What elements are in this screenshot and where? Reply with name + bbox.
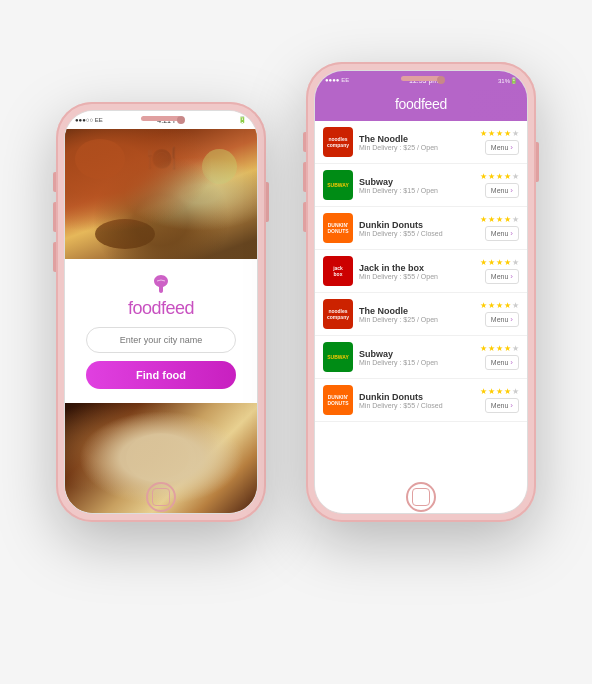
- star-filled: ★: [480, 215, 487, 224]
- restaurant-right: ★★★★★ Menu ›: [480, 387, 519, 413]
- star-rating: ★★★★★: [480, 129, 519, 138]
- restaurant-right: ★★★★★ Menu ›: [480, 172, 519, 198]
- restaurant-name: The Noodle: [359, 134, 474, 144]
- menu-label: Menu: [491, 144, 509, 151]
- restaurant-name: The Noodle: [359, 306, 474, 316]
- power-button: [266, 182, 269, 222]
- home-button[interactable]: [146, 482, 176, 512]
- star-rating: ★★★★★: [480, 387, 519, 396]
- star-filled: ★: [480, 172, 487, 181]
- right-phone-volume-up: [303, 132, 306, 152]
- restaurant-name: Dunkin Donuts: [359, 220, 474, 230]
- restaurant-name: Dunkin Donuts: [359, 392, 474, 402]
- food-image-top: 🍽️: [65, 129, 257, 259]
- right-status-bar: ●●●● EE 12:53 pm 31%🔋: [315, 71, 527, 89]
- star-rating: ★★★★★: [480, 301, 519, 310]
- star-filled: ★: [488, 129, 495, 138]
- find-food-button[interactable]: Find food: [86, 361, 236, 389]
- right-phone: ●●●● EE 12:53 pm 31%🔋 foodfeed noodlesco…: [306, 62, 536, 522]
- star-filled: ★: [504, 344, 511, 353]
- left-screen-content: ●●●○○ EE 4:21 PM 🔋 🍽️: [65, 111, 257, 513]
- restaurant-logo: noodlescompany: [323, 299, 353, 329]
- restaurant-item: noodlescompany The Noodle Min Delivery :…: [315, 121, 527, 164]
- silent-button: [53, 242, 56, 272]
- right-time: 12:53 pm: [409, 77, 438, 84]
- star-filled: ★: [480, 258, 487, 267]
- volume-up-button: [53, 172, 56, 192]
- star-filled: ★: [496, 301, 503, 310]
- app-name: foodfeed: [128, 298, 194, 319]
- menu-label: Menu: [491, 187, 509, 194]
- left-battery: 🔋: [238, 116, 247, 124]
- right-screen: ●●●● EE 12:53 pm 31%🔋 foodfeed noodlesco…: [314, 70, 528, 514]
- restaurant-right: ★★★★★ Menu ›: [480, 344, 519, 370]
- star-filled: ★: [504, 387, 511, 396]
- right-front-camera: [437, 76, 445, 84]
- star-filled: ★: [504, 172, 511, 181]
- star-half: ★: [512, 301, 519, 310]
- menu-button[interactable]: Menu ›: [485, 226, 519, 241]
- menu-button[interactable]: Menu ›: [485, 398, 519, 413]
- restaurant-logo: SUBWAY: [323, 170, 353, 200]
- right-phone-volume-down: [303, 162, 306, 192]
- right-screen-content: ●●●● EE 12:53 pm 31%🔋 foodfeed noodlesco…: [315, 71, 527, 513]
- star-filled: ★: [496, 129, 503, 138]
- logo-text: noodlescompany: [327, 136, 349, 148]
- left-status-bar: ●●●○○ EE 4:21 PM 🔋: [65, 111, 257, 129]
- star-filled: ★: [496, 344, 503, 353]
- star-filled: ★: [480, 344, 487, 353]
- star-filled: ★: [480, 387, 487, 396]
- star-rating: ★★★★★: [480, 172, 519, 181]
- star-rating: ★★★★★: [480, 215, 519, 224]
- restaurant-meta: Min Delivery : $15 / Open: [359, 187, 474, 194]
- phones-container: ●●●○○ EE 4:21 PM 🔋 🍽️: [36, 22, 556, 662]
- chevron-right-icon: ›: [510, 401, 513, 410]
- restaurant-info: Subway Min Delivery : $15 / Open: [359, 177, 474, 194]
- restaurant-info: Subway Min Delivery : $15 / Open: [359, 349, 474, 366]
- restaurant-item: SUBWAY Subway Min Delivery : $15 / Open …: [315, 164, 527, 207]
- restaurant-logo: jackbox: [323, 256, 353, 286]
- menu-button[interactable]: Menu ›: [485, 312, 519, 327]
- right-home-button[interactable]: [406, 482, 436, 512]
- right-header: foodfeed: [315, 89, 527, 121]
- menu-label: Menu: [491, 402, 509, 409]
- right-signal: ●●●● EE: [325, 77, 349, 83]
- header-title: foodfeed: [395, 96, 447, 112]
- menu-button[interactable]: Menu ›: [485, 183, 519, 198]
- star-filled: ★: [488, 172, 495, 181]
- restaurant-logo: DUNKIN'DONUTS: [323, 385, 353, 415]
- app-middle: foodfeed Find food: [65, 259, 257, 403]
- menu-button[interactable]: Menu ›: [485, 269, 519, 284]
- restaurant-right: ★★★★★ Menu ›: [480, 301, 519, 327]
- star-filled: ★: [496, 215, 503, 224]
- restaurant-meta: Min Delivery : $15 / Open: [359, 359, 474, 366]
- menu-button[interactable]: Menu ›: [485, 140, 519, 155]
- header-bg-decoration: [467, 89, 527, 121]
- restaurant-logo: noodlescompany: [323, 127, 353, 157]
- star-rating: ★★★★★: [480, 344, 519, 353]
- chevron-right-icon: ›: [510, 358, 513, 367]
- restaurant-info: The Noodle Min Delivery : $25 / Open: [359, 306, 474, 323]
- restaurant-info: Jack in the box Min Delivery : $55 / Ope…: [359, 263, 474, 280]
- star-half: ★: [512, 344, 519, 353]
- star-filled: ★: [496, 258, 503, 267]
- logo-text: noodlescompany: [327, 308, 349, 320]
- chevron-right-icon: ›: [510, 315, 513, 324]
- logo-text: jackbox: [333, 265, 343, 277]
- city-input[interactable]: [86, 327, 236, 353]
- restaurant-item: jackbox Jack in the box Min Delivery : $…: [315, 250, 527, 293]
- star-empty: ★: [512, 215, 519, 224]
- logo-text: DUNKIN'DONUTS: [327, 394, 348, 406]
- left-signal: ●●●○○ EE: [75, 117, 103, 123]
- menu-button[interactable]: Menu ›: [485, 355, 519, 370]
- right-phone-power: [536, 142, 539, 182]
- restaurant-meta: Min Delivery : $55 / Closed: [359, 230, 474, 237]
- star-filled: ★: [496, 172, 503, 181]
- restaurant-meta: Min Delivery : $25 / Open: [359, 144, 474, 151]
- restaurant-info: The Noodle Min Delivery : $25 / Open: [359, 134, 474, 151]
- left-screen: ●●●○○ EE 4:21 PM 🔋 🍽️: [64, 110, 258, 514]
- right-phone-silent: [303, 202, 306, 232]
- volume-down-button: [53, 202, 56, 232]
- restaurant-logo: DUNKIN'DONUTS: [323, 213, 353, 243]
- restaurant-item: DUNKIN'DONUTS Dunkin Donuts Min Delivery…: [315, 379, 527, 422]
